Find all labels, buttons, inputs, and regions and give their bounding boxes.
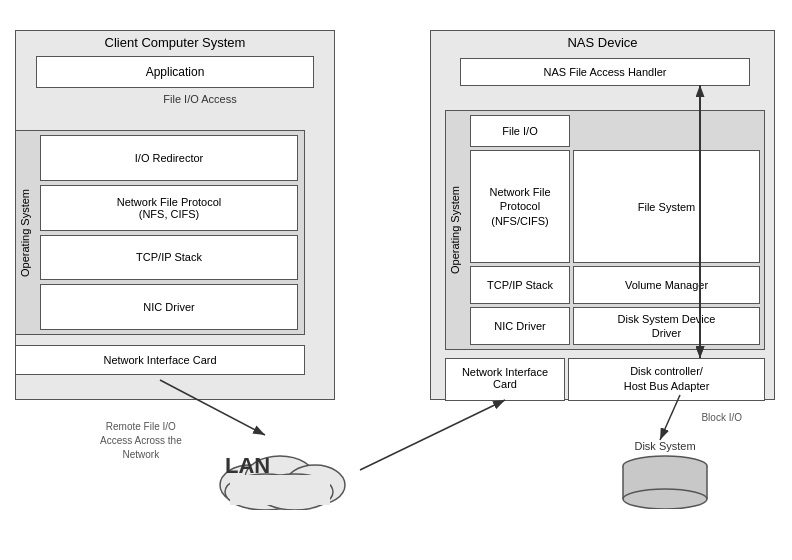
lan-label: LAN: [225, 453, 270, 479]
client-title: Client Computer System: [16, 31, 334, 56]
client-os-inner: I/O Redirector Network File Protocol(NFS…: [38, 131, 304, 334]
file-io-label: File I/O Access: [16, 88, 334, 108]
application-box: Application: [36, 56, 314, 88]
nas-file-system-box: File System: [573, 150, 760, 263]
nas-nfs-cifs-box: Network FileProtocol(NFS/CIFS): [470, 150, 570, 263]
svg-line-19: [660, 395, 680, 440]
nas-tcp-stack-box: TCP/IP Stack: [470, 266, 570, 304]
disk-cylinder-icon: [620, 454, 710, 509]
svg-line-18: [360, 400, 505, 470]
nas-os-inner: File I/O Network FileProtocol(NFS/CIFS) …: [468, 111, 764, 349]
client-os-section: Operating System I/O Redirector Network …: [15, 130, 305, 335]
remote-file-text: Remote File I/OAccess Across theNetwork: [100, 420, 182, 462]
nas-file-io-row: File I/O: [470, 115, 760, 147]
nic-driver-box: NIC Driver: [40, 284, 298, 330]
nas-handler-box: NAS File Access Handler: [460, 58, 750, 86]
nfs-cifs-label: Network File Protocol(NFS, CIFS): [117, 196, 222, 220]
nas-os-section: Operating System File I/O Network FilePr…: [445, 110, 765, 350]
nas-tcp-row: TCP/IP Stack Volume Manager: [470, 266, 760, 304]
nas-file-io-box: File I/O: [470, 115, 570, 147]
nas-mid-row: Network FileProtocol(NFS/CIFS) File Syst…: [470, 150, 760, 263]
svg-point-8: [623, 489, 707, 509]
client-nic-card-box: Network Interface Card: [15, 345, 305, 375]
nas-bottom-row: Network Interface Card Disk controller/H…: [445, 358, 765, 401]
io-redirector-box: I/O Redirector: [40, 135, 298, 181]
nas-disk-controller-box: Disk controller/Host Bus Adapter: [568, 358, 765, 401]
client-os-label: Operating System: [16, 131, 38, 334]
lan-cloud: [200, 430, 360, 510]
block-io-text: Block I/O: [701, 412, 742, 423]
tcp-stack-box: TCP/IP Stack: [40, 235, 298, 281]
nfs-cifs-box: Network File Protocol(NFS, CIFS): [40, 185, 298, 231]
nas-nic-card-box: Network Interface Card: [445, 358, 565, 401]
nas-disk-driver-box: Disk System DeviceDriver: [573, 307, 760, 345]
nas-nic-row: NIC Driver Disk System DeviceDriver: [470, 307, 760, 345]
disk-system: Disk System: [620, 440, 710, 512]
nas-title: NAS Device: [431, 31, 774, 56]
svg-rect-5: [230, 475, 330, 505]
diagram-container: Client Computer System Application File …: [0, 0, 792, 560]
nas-volume-manager-box: Volume Manager: [573, 266, 760, 304]
nas-nic-driver-box: NIC Driver: [470, 307, 570, 345]
disk-system-label: Disk System: [620, 440, 710, 452]
nas-os-label: Operating System: [446, 111, 468, 349]
